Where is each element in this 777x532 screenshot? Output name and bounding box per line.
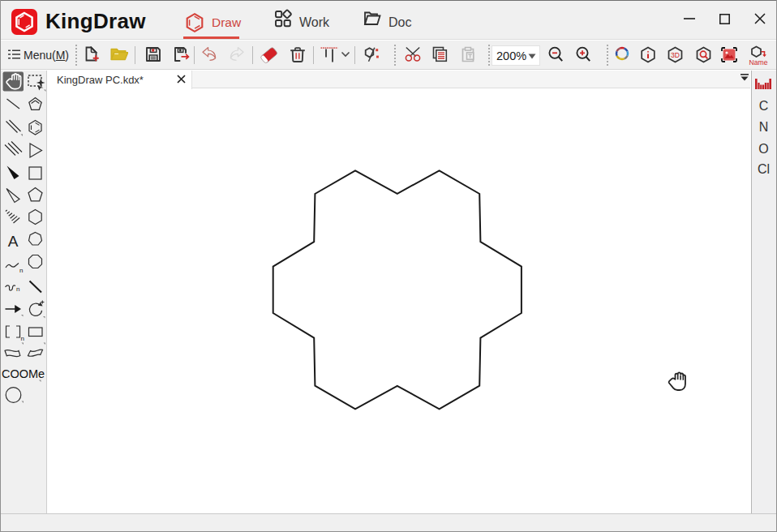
svg-text:A: A	[8, 233, 19, 250]
svg-text:n: n	[16, 285, 19, 293]
svg-text:Name: Name	[749, 58, 768, 66]
svg-text:n: n	[19, 267, 23, 274]
svg-text:3D: 3D	[671, 51, 680, 59]
svg-text:n: n	[21, 335, 24, 342]
svg-text:COOMe: COOMe	[2, 367, 45, 380]
